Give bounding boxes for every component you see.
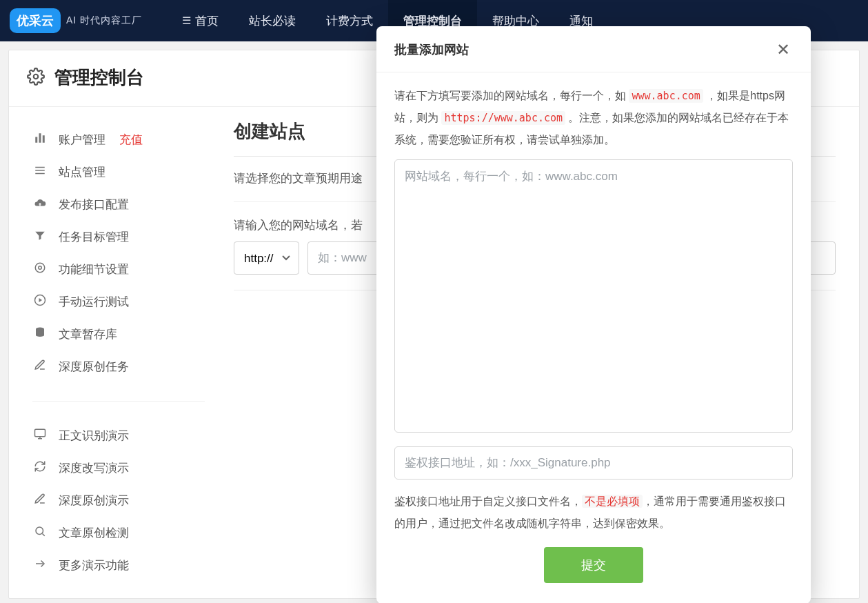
gear-icon [27, 68, 45, 88]
play-icon [32, 294, 48, 310]
submit-button[interactable]: 提交 [544, 547, 643, 583]
domains-textarea[interactable] [394, 159, 793, 433]
modal-footer: 提交 [394, 547, 793, 583]
sidebar-manual-run-test[interactable]: 手动运行测试 [32, 286, 205, 318]
sidebar-item-label: 站点管理 [59, 164, 105, 180]
modal-header: 批量添加网站 ✕ [376, 26, 811, 72]
svg-point-7 [39, 266, 42, 270]
cloud-upload-icon [32, 197, 48, 212]
sidebar-item-label: 手动运行测试 [59, 294, 129, 310]
sidebar: 账户管理 充值 站点管理 发布接口配置 [9, 107, 217, 598]
monitor-icon [32, 428, 48, 444]
sidebar-item-label: 正文识别演示 [59, 428, 129, 444]
modal-body: 请在下方填写要添加的网站域名，每行一个，如 www.abc.com ，如果是ht… [376, 72, 811, 603]
brand-logo: 优采云 [10, 8, 61, 33]
nav-label: 计费方式 [326, 13, 373, 29]
modal-description: 请在下方填写要添加的网站域名，每行一个，如 www.abc.com ，如果是ht… [394, 85, 793, 151]
svg-rect-1 [35, 137, 37, 143]
svg-point-14 [36, 527, 43, 535]
page-title: 管理控制台 [54, 66, 144, 90]
sliders-icon [32, 261, 48, 277]
sidebar-site-management[interactable]: 站点管理 [32, 156, 205, 188]
sidebar-account-management[interactable]: 账户管理 充值 [32, 123, 205, 156]
edit-icon [32, 359, 48, 375]
nav-label: 站长必读 [249, 13, 296, 29]
list-icon: ☰ [182, 14, 191, 27]
modal-auth-note: 鉴权接口地址用于自定义接口文件名，不是必填项，通常用于需要通用鉴权接口的用户，通… [394, 491, 793, 535]
example-https-domain-code: https://www.abc.com [441, 111, 565, 125]
sidebar-item-label: 深度原创任务 [59, 359, 129, 375]
sidebar-item-label: 文章暂存库 [59, 326, 117, 342]
list-icon [32, 164, 48, 180]
svg-rect-11 [35, 429, 46, 437]
svg-line-15 [42, 533, 44, 535]
sidebar-item-label: 深度原创演示 [59, 493, 129, 508]
sidebar-item-label: 更多演示功能 [59, 557, 129, 573]
search-icon [32, 525, 48, 541]
nav-label: 首页 [195, 13, 219, 29]
sidebar-item-label: 任务目标管理 [59, 229, 129, 245]
protocol-select[interactable]: http:// [234, 241, 299, 275]
sidebar-group-main: 账户管理 充值 站点管理 发布接口配置 [32, 123, 205, 383]
bar-chart-icon [32, 132, 48, 148]
sidebar-body-recognition-demo[interactable]: 正文识别演示 [32, 419, 205, 452]
svg-rect-3 [43, 135, 45, 143]
not-required-badge: 不是必填项 [582, 495, 643, 508]
sidebar-item-label: 发布接口配置 [59, 197, 129, 212]
sidebar-feature-detail-settings[interactable]: 功能细节设置 [32, 253, 205, 286]
modal-batch-add-sites: 批量添加网站 ✕ 请在下方填写要添加的网站域名，每行一个，如 www.abc.c… [376, 26, 811, 603]
recharge-badge[interactable]: 充值 [119, 132, 143, 148]
svg-point-8 [35, 263, 45, 273]
brand-tagline: AI 时代内容工厂 [66, 14, 142, 27]
sidebar-item-label: 功能细节设置 [59, 261, 129, 277]
brand[interactable]: 优采云 AI 时代内容工厂 [10, 8, 142, 33]
sidebar-item-label: 账户管理 [59, 132, 105, 148]
sidebar-item-label: 深度改写演示 [59, 460, 129, 476]
sidebar-task-target-management[interactable]: 任务目标管理 [32, 221, 205, 253]
modal-title: 批量添加网站 [394, 41, 469, 58]
share-icon [32, 557, 48, 573]
svg-point-0 [34, 74, 39, 79]
filter-icon [32, 229, 48, 245]
svg-rect-2 [39, 133, 41, 143]
auth-endpoint-input[interactable] [394, 446, 793, 480]
sidebar-deep-rewrite-demo[interactable]: 深度改写演示 [32, 452, 205, 484]
edit-icon [32, 493, 48, 508]
example-domain-code: www.abc.com [629, 89, 703, 103]
sidebar-article-originality-check[interactable]: 文章原创检测 [32, 517, 205, 549]
sidebar-more-demos[interactable]: 更多演示功能 [32, 549, 205, 582]
sidebar-deep-original-demo[interactable]: 深度原创演示 [32, 484, 205, 517]
sidebar-group-demos: 正文识别演示 深度改写演示 深度原创演示 [32, 401, 205, 582]
close-icon[interactable]: ✕ [774, 40, 793, 59]
sidebar-deep-original-task[interactable]: 深度原创任务 [32, 350, 205, 383]
nav-webmaster-must-read[interactable]: 站长必读 [234, 0, 311, 41]
database-icon [32, 326, 48, 342]
sidebar-publish-api-config[interactable]: 发布接口配置 [32, 188, 205, 221]
sidebar-item-label: 文章原创检测 [59, 525, 129, 541]
refresh-icon [32, 460, 48, 476]
nav-home[interactable]: ☰ 首页 [167, 0, 234, 41]
sidebar-article-staging[interactable]: 文章暂存库 [32, 318, 205, 350]
